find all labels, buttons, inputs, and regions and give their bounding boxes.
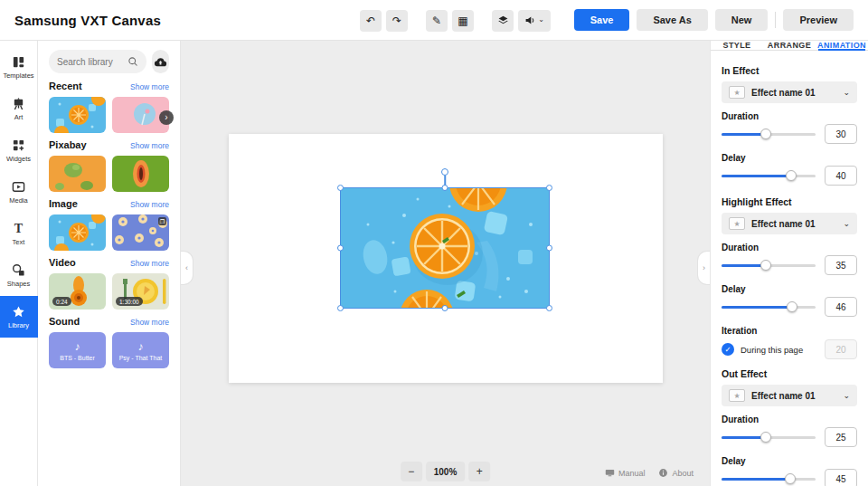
thumbnail-pixabay-papaya[interactable]	[112, 156, 169, 192]
zoom-in-button[interactable]: +	[468, 462, 490, 481]
highlight-duration-input[interactable]	[825, 255, 857, 275]
library-star-icon	[12, 305, 25, 319]
sidebar-item-library[interactable]: Library	[0, 296, 38, 338]
layers-button[interactable]	[492, 10, 514, 32]
preview-button[interactable]: Preview	[783, 9, 854, 31]
resize-handle-ne[interactable]	[546, 185, 552, 191]
new-button[interactable]: New	[715, 9, 769, 31]
show-more-link[interactable]: Show more	[130, 318, 169, 327]
show-more-link[interactable]: Show more	[130, 141, 169, 150]
slider-thumb[interactable]	[785, 473, 796, 484]
thumbnail-image-oranges[interactable]	[49, 214, 106, 251]
highlight-duration-slider[interactable]	[722, 259, 816, 272]
canvas-area[interactable]: ‹ ›	[181, 41, 710, 486]
section-recent: Recent Show more	[49, 81, 169, 133]
sidebar-item-art[interactable]: Art	[0, 88, 38, 129]
redo-button[interactable]: ↷	[386, 10, 408, 32]
section-pixabay: Pixabay Show more	[49, 139, 169, 192]
chevron-down-icon: ⌄	[843, 391, 850, 400]
collapse-library-panel-button[interactable]: ‹	[181, 251, 193, 285]
section-title: Sound	[49, 316, 80, 327]
in-duration-input[interactable]	[825, 124, 857, 144]
in-delay-input[interactable]	[825, 166, 857, 186]
sidebar-item-templates[interactable]: Templates	[0, 46, 38, 88]
vegetable-thumb-art	[49, 156, 106, 192]
during-this-page-checkbox[interactable]: ✓	[722, 343, 734, 356]
slider-thumb[interactable]	[760, 432, 771, 443]
zoom-level[interactable]: 100%	[426, 462, 466, 481]
tab-arrange[interactable]: ARRANGE	[763, 41, 816, 50]
recent-next-arrow-button[interactable]: ›	[159, 110, 174, 125]
collapse-inspector-panel-button[interactable]: ›	[697, 251, 710, 285]
sidebar-item-text[interactable]: T Text	[0, 213, 38, 254]
duration-label: Duration	[722, 243, 857, 253]
audio-button[interactable]: ⌄	[518, 10, 551, 32]
upload-button[interactable]	[152, 50, 169, 73]
highlight-effect-value: Effect name 01	[751, 219, 836, 229]
slider-thumb[interactable]	[786, 170, 797, 181]
thumbnail-video-squash[interactable]: 0:24	[49, 273, 106, 310]
slider-thumb[interactable]	[787, 301, 797, 312]
search-input[interactable]	[57, 57, 127, 67]
easel-icon	[12, 97, 25, 110]
sidebar-item-widgets[interactable]: Widgets	[0, 129, 38, 171]
show-more-link[interactable]: Show more	[130, 259, 169, 268]
about-link[interactable]: About	[658, 468, 693, 478]
sound-card-psy-thatthat[interactable]: ♪ Psy - That That	[112, 332, 169, 368]
tab-animation[interactable]: ANIMATION	[816, 41, 868, 50]
resize-handle-se[interactable]	[546, 305, 552, 311]
tab-style[interactable]: STYLE	[711, 41, 763, 50]
slider-thumb[interactable]	[760, 260, 771, 271]
app-title: Samsung VXT Canvas	[14, 13, 161, 28]
in-delay-slider[interactable]	[722, 169, 816, 182]
out-effect-dropdown[interactable]: ★ Effect name 01 ⌄	[722, 385, 857, 406]
resize-handle-nw[interactable]	[337, 185, 344, 191]
delay-label: Delay	[722, 153, 857, 163]
out-delay-slider[interactable]	[722, 472, 816, 485]
audio-chevron-icon: ⌄	[538, 15, 544, 24]
thumbnail-video-plate[interactable]: 1:30:00	[112, 273, 169, 310]
resize-handle-e[interactable]	[546, 245, 552, 252]
undo-button[interactable]: ↶	[360, 10, 382, 32]
save-button[interactable]: Save	[574, 9, 630, 31]
resize-handle-sw[interactable]	[337, 305, 344, 311]
show-more-link[interactable]: Show more	[130, 82, 169, 91]
out-delay-input[interactable]	[825, 469, 857, 486]
main-layout: Templates Art Widgets Media T Text Shape…	[0, 41, 868, 486]
in-duration-slider[interactable]	[722, 128, 816, 140]
highlight-effect-label: Highlight Effect	[722, 196, 857, 207]
selected-image[interactable]	[341, 188, 549, 308]
sound-card-bts-butter[interactable]: ♪ BTS - Butter	[49, 332, 106, 368]
slider-thumb[interactable]	[760, 129, 771, 139]
pen-tool-button[interactable]: ✎	[426, 10, 448, 32]
save-as-button[interactable]: Save As	[637, 9, 707, 31]
sidebar-item-media[interactable]: Media	[0, 171, 38, 213]
out-duration-input[interactable]	[825, 427, 857, 447]
collapse-left-icon: ‹	[185, 263, 188, 272]
thumbnail-recent-oranges[interactable]	[49, 97, 106, 133]
resize-handle-w[interactable]	[337, 245, 344, 252]
search-box[interactable]	[49, 50, 146, 73]
highlight-delay-slider[interactable]	[722, 300, 816, 313]
text-tool-icon: T	[14, 222, 23, 235]
oranges-thumb-art	[49, 214, 106, 251]
manual-link[interactable]: Manual	[605, 468, 646, 478]
header-divider	[775, 12, 776, 28]
in-effect-value: Effect name 01	[751, 88, 836, 98]
header-actions: Save Save As New Preview	[574, 9, 854, 31]
in-effect-dropdown[interactable]: ★ Effect name 01 ⌄	[722, 81, 857, 103]
show-more-link[interactable]: Show more	[130, 200, 169, 209]
highlight-effect-dropdown[interactable]: ★ Effect name 01 ⌄	[722, 213, 857, 234]
duration-label: Duration	[722, 111, 857, 121]
thumbnail-pixabay-vegetable[interactable]	[49, 156, 106, 192]
out-duration-slider[interactable]	[722, 431, 816, 443]
resize-handle-s[interactable]	[442, 305, 448, 311]
thumbnail-image-donuts[interactable]: ❐	[112, 214, 169, 251]
sidebar-item-shapes[interactable]: Shapes	[0, 254, 38, 296]
section-title: Image	[49, 198, 78, 209]
resize-handle-n[interactable]	[442, 185, 448, 191]
rotate-handle[interactable]	[441, 168, 448, 176]
highlight-delay-input[interactable]	[825, 297, 857, 317]
table-tool-button[interactable]: ▦	[452, 10, 474, 32]
zoom-out-button[interactable]: −	[401, 462, 422, 481]
